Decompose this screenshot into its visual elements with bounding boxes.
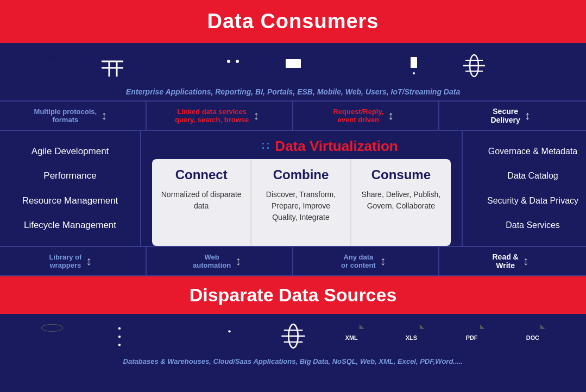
svg-rect-56 — [480, 329, 484, 348]
bottom-hadoop-icon — [219, 322, 247, 352]
three-cols-box: Connect Normalized of disparate data Com… — [152, 159, 451, 246]
svg-rect-3 — [102, 55, 123, 77]
denodo-logo: denodo — [205, 137, 256, 155]
svg-point-10 — [227, 60, 230, 63]
bottom-arrow-1: ↕ — [86, 254, 92, 268]
bottom-banner: Disparate Data Sources — [0, 276, 586, 314]
bottom-protocol-label-4: Read &Write — [493, 252, 519, 270]
users-icon — [521, 53, 547, 81]
bottom-arrow-3: ↕ — [380, 254, 386, 268]
svg-point-11 — [236, 60, 239, 63]
svg-marker-59 — [540, 324, 545, 329]
svg-point-1 — [42, 55, 62, 61]
bottom-protocol-cell-1: Library ofwrappers ↕ — [0, 247, 147, 275]
bottom-cloud-icon — [159, 322, 187, 352]
svg-rect-31 — [100, 326, 124, 332]
col-combine: Combine Discover, Transform, Prepare, Im… — [251, 159, 351, 246]
bottom-text: Databases & Warehouses, Cloud/Saas Appli… — [0, 357, 586, 365]
svg-rect-32 — [100, 334, 124, 340]
right-item-3: Security & Data Privacy — [474, 192, 586, 210]
svg-point-9 — [226, 57, 240, 70]
bottom-protocol-label-2: Webautomation — [193, 253, 231, 269]
svg-rect-33 — [100, 342, 124, 348]
bottom-protocol-cell-3: Any dataor content ↕ — [293, 247, 440, 275]
bottom-protocol-cell-2: Webautomation ↕ — [147, 247, 293, 275]
right-item-2: Data Catalog — [474, 167, 586, 185]
right-item-1: Governace & Metadata — [474, 142, 586, 161]
arrow-4: ↕ — [525, 109, 531, 123]
chart-icon — [160, 53, 186, 81]
left-item-3: Resource Management — [11, 191, 129, 211]
arrow-2: ↕ — [253, 109, 259, 123]
svg-rect-60 — [540, 329, 545, 348]
globe-icon — [461, 53, 487, 81]
ai-icon — [220, 53, 246, 81]
svg-point-34 — [118, 327, 120, 330]
col-connect: Connect Normalized of disparate data — [152, 159, 251, 246]
bottom-protocol-row: Library ofwrappers ↕ Webautomation ↕ Any… — [0, 246, 586, 276]
bottom-arrow-2: ↕ — [235, 254, 241, 268]
svg-text:PDF: PDF — [465, 334, 477, 341]
bottom-icons-row: XML XLS PDF DOC — [0, 314, 586, 355]
laptop-icon — [280, 53, 306, 81]
svg-marker-47 — [359, 324, 364, 329]
enterprise-text: Enterprise Applications, Reporting, BI, … — [0, 87, 586, 96]
svg-rect-12 — [231, 69, 235, 74]
top-protocol-row: Multiple protocols,formats ↕ Linked data… — [0, 100, 586, 131]
bottom-xml-icon: XML — [339, 322, 368, 352]
protocol-label-4: SecureDelivery — [490, 107, 520, 124]
enterprise-row: Enterprise Applications, Reporting, BI, … — [0, 85, 586, 100]
svg-text:DOC: DOC — [526, 334, 539, 341]
left-item-4: Lifecycle Management — [11, 216, 129, 235]
svg-marker-55 — [480, 324, 484, 329]
top-banner-title: Data Consumers — [0, 10, 586, 33]
protocol-cell-3: Request/Reply,event driven ↕ — [293, 102, 440, 130]
svg-point-35 — [118, 336, 120, 338]
svg-rect-18 — [355, 67, 364, 77]
col-consume-title: Consume — [360, 167, 443, 182]
left-panel: Agile Development Performance Resource M… — [0, 131, 141, 246]
top-icons-row — [0, 43, 586, 85]
bottom-pdf-icon: PDF — [460, 322, 488, 352]
denodo-header: denodo ∷ Data Virtualization — [205, 131, 398, 159]
bottom-xls-icon: XLS — [400, 322, 428, 352]
bottom-banner-title: Disparate Data Sources — [0, 284, 586, 306]
table-icon — [99, 53, 125, 81]
right-panel: Governace & Metadata Data Catalog Securi… — [462, 131, 586, 246]
svg-point-28 — [537, 57, 543, 64]
svg-point-36 — [118, 344, 120, 346]
protocol-label-2: Linked data servicesquery, search, brows… — [175, 108, 249, 124]
protocol-cell-1: Multiple protocols,formats ↕ — [0, 102, 147, 130]
svg-text:XLS: XLS — [405, 334, 417, 341]
mobile-icon — [401, 53, 427, 81]
main-container: Data Consumers — [0, 0, 586, 392]
right-item-4: Data Services — [474, 216, 586, 235]
top-banner: Data Consumers — [0, 0, 586, 43]
protocol-cell-4: SecureDelivery ↕ — [439, 102, 586, 130]
col-consume: Consume Share, Deliver, Publish, Govern,… — [351, 159, 451, 246]
protocol-label-3: Request/Reply,event driven — [333, 108, 383, 124]
svg-text:XML: XML — [345, 334, 357, 341]
svg-point-20 — [413, 72, 415, 74]
svg-rect-15 — [343, 55, 352, 65]
col-connect-title: Connect — [160, 167, 242, 182]
protocol-cell-2: Linked data servicesquery, search, brows… — [147, 102, 293, 130]
svg-rect-16 — [355, 55, 364, 65]
dv-title: Data Virtualization — [275, 138, 398, 155]
svg-rect-21 — [411, 57, 417, 68]
left-item-2: Performance — [11, 166, 129, 186]
svg-point-40 — [228, 330, 230, 332]
bottom-protocol-label-1: Library ofwrappers — [49, 253, 81, 269]
svg-rect-14 — [286, 59, 301, 68]
database-icon — [39, 53, 65, 81]
col-combine-body: Discover, Transform, Prepare, Improve Qu… — [260, 189, 342, 223]
bottom-globe-icon — [279, 322, 307, 352]
col-combine-title: Combine — [260, 167, 342, 182]
svg-point-27 — [527, 56, 535, 65]
bottom-db-icon — [38, 322, 66, 352]
bottom-protocol-label-3: Any dataor content — [341, 253, 376, 269]
bottom-arrow-4: ↕ — [523, 254, 529, 268]
col-consume-body: Share, Deliver, Publish, Govern, Collabo… — [360, 189, 443, 212]
arrow-3: ↕ — [388, 109, 394, 123]
svg-rect-52 — [419, 329, 424, 348]
